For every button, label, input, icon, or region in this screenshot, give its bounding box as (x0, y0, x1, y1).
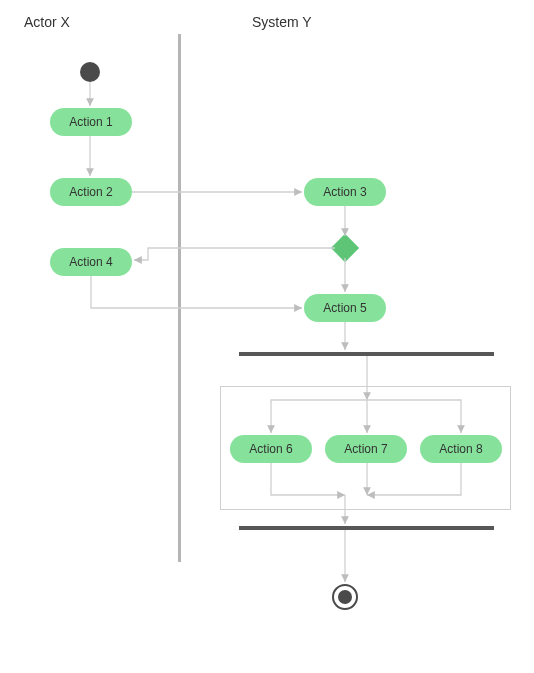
join-bar (239, 526, 494, 530)
decision-node (331, 234, 359, 262)
action-5: Action 5 (304, 294, 386, 322)
action-2: Action 2 (50, 178, 132, 206)
swimlane-divider (178, 34, 181, 562)
action-8: Action 8 (420, 435, 502, 463)
connectors (0, 0, 534, 673)
action-4: Action 4 (50, 248, 132, 276)
action-7: Action 7 (325, 435, 407, 463)
end-node (332, 584, 358, 610)
action-6: Action 6 (230, 435, 312, 463)
lane-title-system: System Y (252, 14, 312, 30)
fork-bar (239, 352, 494, 356)
lane-title-actor: Actor X (24, 14, 70, 30)
action-1: Action 1 (50, 108, 132, 136)
start-node (80, 62, 100, 82)
action-3: Action 3 (304, 178, 386, 206)
